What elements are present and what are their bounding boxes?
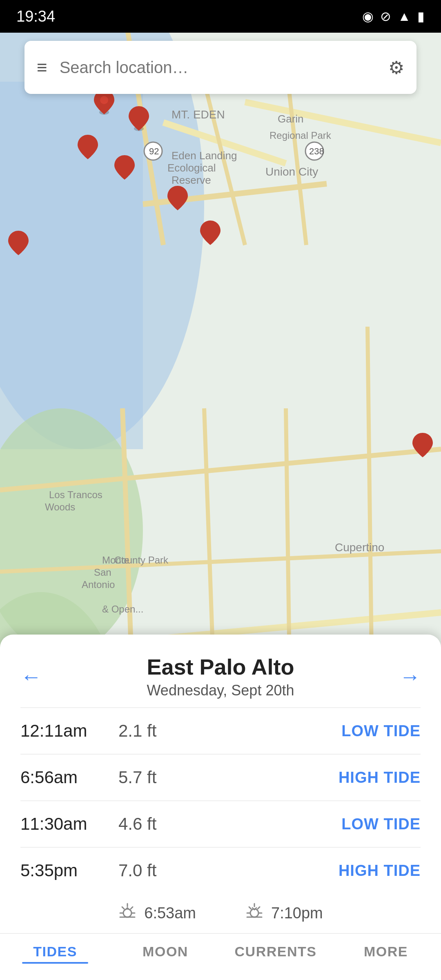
map-marker-5 — [167, 186, 188, 214]
tide-row-3: 11:30am 4.6 ft LOW TIDE — [0, 801, 441, 847]
prev-arrow[interactable]: ← — [20, 664, 42, 689]
tide-type-2: HIGH TIDE — [339, 769, 421, 786]
svg-text:MT. EDEN: MT. EDEN — [172, 108, 225, 121]
svg-text:238: 238 — [309, 146, 324, 156]
svg-text:Los Trancos: Los Trancos — [49, 489, 102, 500]
svg-text:Garin: Garin — [278, 113, 304, 125]
tide-time-3: 11:30am — [20, 814, 118, 834]
tab-currents-label: CURRENTS — [235, 944, 317, 960]
location-info: East Palo Alto Wednesday, Sept 20th — [42, 654, 399, 699]
tide-time-1: 12:11am — [20, 721, 118, 741]
tab-moon-label: MOON — [143, 944, 188, 960]
tide-type-1: LOW TIDE — [341, 722, 421, 740]
tide-height-2: 5.7 ft — [118, 768, 339, 787]
sunrise-icon — [118, 902, 137, 925]
svg-rect-2 — [0, 82, 143, 449]
panel-header: ← East Palo Alto Wednesday, Sept 20th → — [0, 635, 441, 707]
tab-currents[interactable]: CURRENTS — [220, 934, 331, 964]
sunrise-time: 6:53am — [118, 902, 196, 925]
svg-line-70 — [249, 907, 251, 909]
status-time: 19:34 — [16, 8, 55, 25]
map-marker-6 — [200, 220, 220, 249]
map-marker-3 — [78, 135, 98, 163]
tab-tides-label: TIDES — [33, 944, 77, 960]
tide-height-1: 2.1 ft — [118, 721, 341, 741]
tide-row-1: 12:11am 2.1 ft LOW TIDE — [0, 708, 441, 754]
tide-height-4: 7.0 ft — [118, 861, 339, 880]
tide-time-4: 5:35pm — [20, 861, 118, 880]
svg-text:San: San — [94, 567, 111, 578]
location-name: East Palo Alto — [42, 654, 399, 679]
map-marker-left — [8, 231, 29, 259]
sunset-time: 7:10pm — [245, 902, 323, 925]
tide-height-3: 4.6 ft — [118, 814, 341, 834]
svg-text:Regional Park: Regional Park — [270, 130, 332, 141]
tide-type-3: LOW TIDE — [341, 815, 421, 833]
battery-icon: ▮ — [417, 9, 425, 24]
map-marker-right — [412, 433, 433, 461]
svg-line-62 — [131, 907, 133, 909]
svg-text:Union City: Union City — [265, 165, 318, 178]
svg-text:Cupertino: Cupertino — [335, 541, 384, 554]
menu-icon[interactable]: ≡ — [37, 57, 47, 78]
map-marker-4 — [114, 155, 135, 183]
svg-text:92: 92 — [149, 146, 159, 156]
tide-row-2: 6:56am 5.7 ft HIGH TIDE — [0, 755, 441, 800]
svg-text:Antonio: Antonio — [82, 579, 115, 590]
location-icon: ◉ — [362, 9, 374, 24]
status-icons: ◉ ⊘ ▲ ▮ — [362, 9, 425, 24]
sunset-icon — [245, 902, 264, 925]
wifi-icon: ▲ — [398, 9, 411, 24]
tab-more[interactable]: MORE — [331, 934, 441, 964]
map-marker-2 — [129, 106, 149, 134]
sunrise-value: 6:53am — [144, 904, 196, 922]
bottom-tabs: TIDES MOON CURRENTS MORE — [0, 933, 441, 964]
status-bar: 19:34 ◉ ⊘ ▲ ▮ — [0, 0, 441, 33]
svg-text:Eden Landing: Eden Landing — [172, 149, 237, 162]
tide-time-2: 6:56am — [20, 768, 118, 787]
tide-type-4: HIGH TIDE — [339, 862, 421, 880]
sun-times: 6:53am 7:10pm — [0, 893, 441, 929]
map-marker-1 — [94, 90, 114, 118]
tab-moon[interactable]: MOON — [110, 934, 220, 964]
bottom-panel: ← East Palo Alto Wednesday, Sept 20th → … — [0, 635, 441, 980]
tide-row-4: 5:35pm 7.0 ft HIGH TIDE — [0, 848, 441, 893]
sunset-value: 7:10pm — [271, 904, 323, 922]
svg-text:Reserve: Reserve — [172, 174, 211, 186]
svg-text:Ecological: Ecological — [167, 162, 216, 174]
svg-line-61 — [122, 907, 124, 909]
search-bar: ≡ ⚙ — [24, 41, 416, 94]
tab-tides[interactable]: TIDES — [0, 934, 110, 964]
search-input[interactable] — [60, 58, 388, 77]
svg-line-71 — [258, 907, 260, 909]
svg-text:& Open...: & Open... — [102, 604, 143, 615]
noentry-icon: ⊘ — [380, 9, 391, 24]
tab-more-label: MORE — [364, 944, 408, 960]
location-date: Wednesday, Sept 20th — [42, 682, 399, 699]
svg-text:County Park: County Park — [114, 555, 169, 566]
svg-text:Woods: Woods — [45, 501, 75, 512]
next-arrow[interactable]: → — [399, 664, 421, 689]
settings-icon[interactable]: ⚙ — [388, 57, 404, 78]
svg-point-55 — [100, 96, 108, 104]
svg-point-57 — [123, 909, 131, 917]
